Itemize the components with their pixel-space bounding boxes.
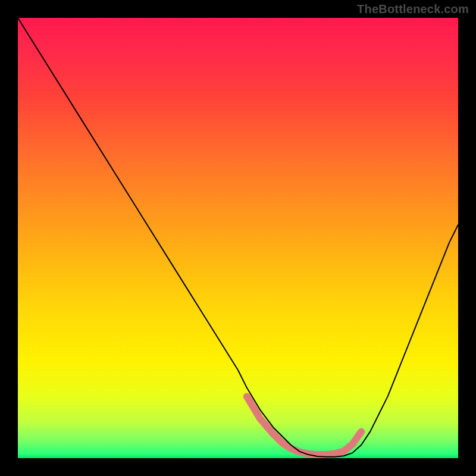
curve-path — [18, 18, 458, 457]
watermark-text: TheBottleneck.com — [357, 2, 469, 16]
chart-frame: TheBottleneck.com — [0, 0, 476, 476]
chart-svg — [18, 18, 458, 458]
highlight-band-path — [247, 396, 361, 455]
